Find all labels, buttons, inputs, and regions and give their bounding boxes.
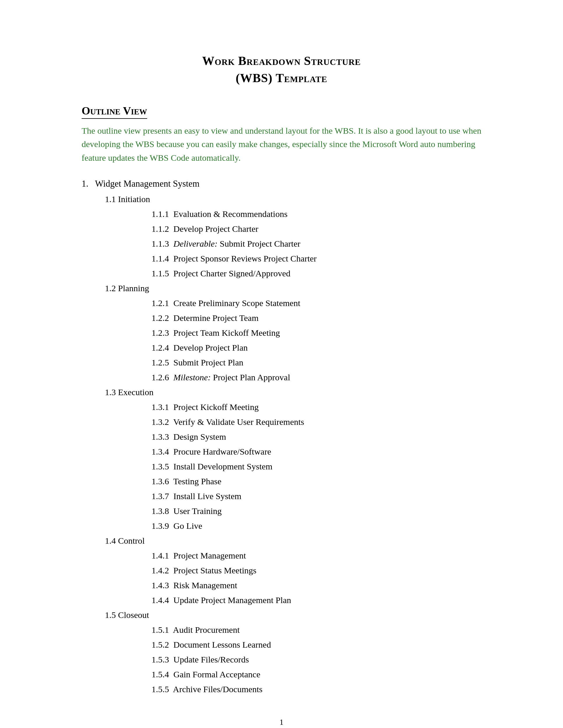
list-item: 1.5.1 Audit Procurement [151, 622, 481, 637]
item-number: 1. Widget Management System [82, 179, 199, 189]
outline-list-l1: 1. Widget Management System 1.1 Initiati… [82, 176, 481, 697]
outline-section: Outline View The outline view presents a… [82, 104, 481, 697]
page-title: Work Breakdown Structure (WBS) Template [82, 52, 481, 87]
list-item: 1.2.1 Create Preliminary Scope Statement [151, 296, 481, 310]
list-item: 1.5.3 Update Files/Records [151, 652, 481, 667]
outline-list-l3: 1.3.1 Project Kickoff Meeting 1.3.2 Veri… [151, 400, 481, 533]
list-item: 1.4.4 Update Project Management Plan [151, 593, 481, 607]
page-number: 1 [279, 718, 284, 727]
list-item: 1.3.3 Design System [151, 429, 481, 444]
title-line1: Work Breakdown Structure [202, 54, 361, 68]
list-item: 1.1.4 Project Sponsor Reviews Project Ch… [151, 251, 481, 266]
intro-paragraph: The outline view presents an easy to vie… [82, 124, 481, 165]
list-item: 1.1.1 Evaluation & Recommendations [151, 206, 481, 221]
list-item: 1.1.2 Develop Project Charter [151, 221, 481, 236]
list-item: 1.2 Planning 1.2.1 Create Preliminary Sc… [105, 281, 481, 385]
list-item: 1.3.4 Procure Hardware/Software [151, 444, 481, 459]
outline-heading: Outline View [82, 104, 147, 119]
list-item: 1.5 Closeout 1.5.1 Audit Procurement 1.5… [105, 607, 481, 697]
list-item: 1.1 Initiation 1.1.1 Evaluation & Recomm… [105, 192, 481, 281]
list-item: 1.2.5 Submit Project Plan [151, 355, 481, 370]
outline-list-l3: 1.5.1 Audit Procurement 1.5.2 Document L… [151, 622, 481, 697]
list-item: 1.2.4 Develop Project Plan [151, 340, 481, 355]
outline-list-l3: 1.2.1 Create Preliminary Scope Statement… [151, 296, 481, 385]
list-item: 1.3.9 Go Live [151, 518, 481, 533]
list-item: 1.2.2 Determine Project Team [151, 310, 481, 325]
list-item: 1.3.1 Project Kickoff Meeting [151, 400, 481, 414]
italic-label: Milestone: [173, 372, 211, 382]
outline-list-l3: 1.4.1 Project Management 1.4.2 Project S… [151, 548, 481, 607]
list-item: 1.5.4 Gain Formal Acceptance [151, 667, 481, 682]
list-item: 1.4.3 Risk Management [151, 578, 481, 593]
list-item: 1.3.8 User Training [151, 503, 481, 518]
list-item: 1.3.5 Install Development System [151, 459, 481, 474]
page: Work Breakdown Structure (WBS) Template … [0, 0, 563, 728]
outline-list-l3: 1.1.1 Evaluation & Recommendations 1.1.2… [151, 206, 481, 281]
list-item: 1.3.7 Install Live System [151, 489, 481, 503]
title-line2: (WBS) Template [236, 71, 327, 85]
list-item: 1.1.5 Project Charter Signed/Approved [151, 266, 481, 281]
list-item: 1.3.6 Testing Phase [151, 474, 481, 489]
list-item: 1. Widget Management System 1.1 Initiati… [82, 176, 481, 697]
list-item: 1.2.3 Project Team Kickoff Meeting [151, 325, 481, 340]
list-item: 1.4.1 Project Management [151, 548, 481, 563]
list-item: 1.5.5 Archive Files/Documents [151, 682, 481, 697]
list-item: 1.3.2 Verify & Validate User Requirement… [151, 414, 481, 429]
list-item: 1.2.6 Milestone: Project Plan Approval [151, 370, 481, 385]
outline-list-l2: 1.1 Initiation 1.1.1 Evaluation & Recomm… [105, 192, 481, 697]
italic-label: Deliverable: [173, 239, 218, 248]
list-item: 1.3 Execution 1.3.1 Project Kickoff Meet… [105, 385, 481, 533]
list-item: 1.1.3 Deliverable: Submit Project Charte… [151, 236, 481, 251]
list-item: 1.4 Control 1.4.1 Project Management 1.4… [105, 533, 481, 607]
list-item: 1.4.2 Project Status Meetings [151, 563, 481, 578]
list-item: 1.5.2 Document Lessons Learned [151, 637, 481, 652]
